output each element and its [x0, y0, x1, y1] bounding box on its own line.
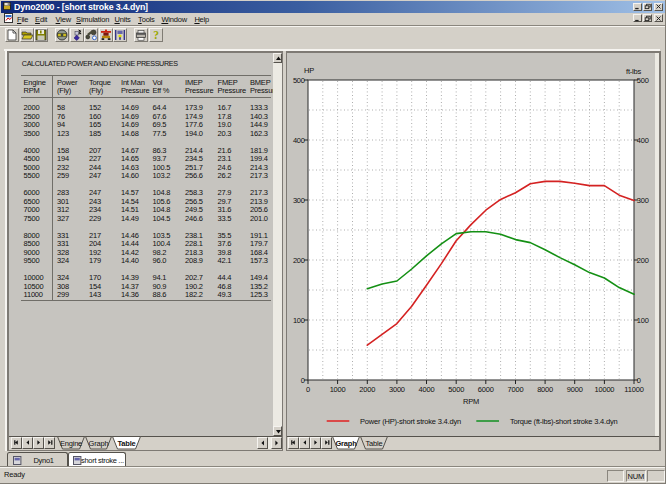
svg-text:Graph: Graph: [89, 439, 109, 448]
svg-text:100: 100: [637, 316, 649, 325]
svg-text:ft-lbs: ft-lbs: [626, 67, 642, 76]
svg-text:Table: Table: [366, 439, 383, 448]
svg-text:300: 300: [637, 196, 649, 205]
svg-text:100: 100: [293, 316, 305, 325]
svg-text:2000: 2000: [359, 385, 375, 394]
svg-text:400: 400: [293, 136, 305, 145]
svg-text:200: 200: [293, 256, 305, 265]
svg-text:0: 0: [637, 376, 641, 385]
svg-text:Table: Table: [117, 439, 135, 448]
svg-text:HP: HP: [304, 66, 314, 75]
svg-text:Graph: Graph: [335, 439, 357, 448]
svg-text:Power (HP)-short stroke 3.4.dy: Power (HP)-short stroke 3.4.dyn: [360, 417, 461, 426]
svg-text:?: ?: [153, 29, 159, 41]
svg-text:11000: 11000: [624, 385, 643, 394]
svg-text:200: 200: [637, 256, 649, 265]
svg-text:6000: 6000: [478, 385, 494, 394]
svg-text:8000: 8000: [537, 385, 553, 394]
svg-text:500: 500: [293, 76, 305, 85]
svg-text:7000: 7000: [508, 385, 524, 394]
svg-text:3000: 3000: [389, 385, 405, 394]
svg-text:RPM: RPM: [463, 397, 479, 406]
svg-text:9000: 9000: [567, 385, 583, 394]
svg-text:5000: 5000: [448, 385, 464, 394]
svg-text:0: 0: [306, 385, 310, 394]
svg-text:10000: 10000: [594, 385, 614, 394]
svg-text:1000: 1000: [330, 385, 346, 394]
svg-text:0: 0: [301, 376, 305, 385]
svg-text:Torque (ft-lbs)-short stroke 3: Torque (ft-lbs)-short stroke 3.4.dyn: [510, 417, 617, 426]
svg-text:4000: 4000: [419, 385, 435, 394]
svg-text:400: 400: [637, 136, 649, 145]
svg-text:300: 300: [293, 196, 305, 205]
svg-text:Engine: Engine: [60, 439, 82, 448]
svg-text:500: 500: [637, 76, 649, 85]
